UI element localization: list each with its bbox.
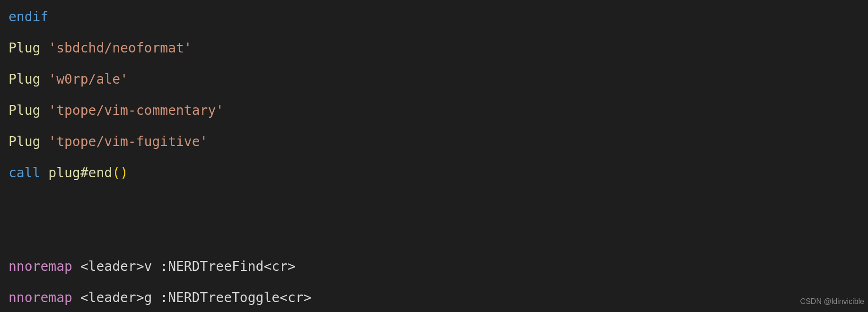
plug-call: Plug — [9, 40, 40, 56]
code-editor[interactable]: endif Plug 'sbdchd/neoformat' Plug 'w0rp… — [9, 0, 798, 312]
plug-call: Plug — [9, 103, 40, 118]
plug-call: Plug — [9, 134, 40, 149]
kw-endif: endif — [9, 9, 48, 25]
plug-neoformat: 'sbdchd/neoformat' — [48, 40, 192, 56]
map-nerdtreetoggle: <leader>g :NERDTreeToggle<cr> — [72, 290, 312, 305]
kw-nnoremap: nnoremap — [9, 290, 72, 305]
kw-call: call — [9, 165, 40, 181]
plug-call: Plug — [9, 71, 40, 87]
watermark-text: CSDN @ldinvicible — [800, 294, 864, 309]
plug-end: plug#end — [48, 165, 112, 181]
plug-commentary: 'tpope/vim-commentary' — [48, 103, 224, 118]
plug-ale: 'w0rp/ale' — [48, 71, 128, 87]
plug-fugitive: 'tpope/vim-fugitive' — [48, 134, 208, 149]
map-nerdtreefind: <leader>v :NERDTreeFind<cr> — [72, 259, 296, 274]
kw-nnoremap: nnoremap — [9, 259, 72, 274]
paren-open: ( — [112, 165, 120, 181]
paren-close: ) — [120, 165, 128, 181]
